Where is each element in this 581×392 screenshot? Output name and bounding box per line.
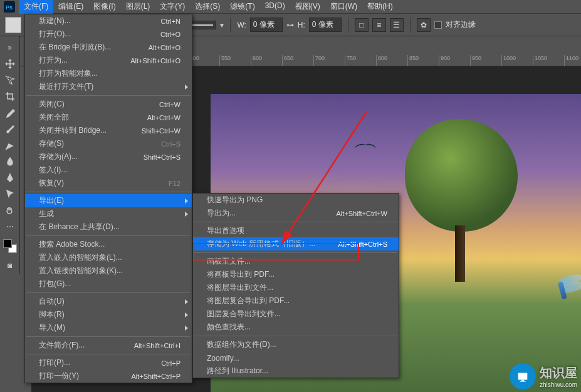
menu-帮助[interactable]: 帮助(H) <box>362 0 398 14</box>
height-input[interactable]: 0 像素 <box>309 18 342 32</box>
export-menu-item[interactable]: Zoomify... <box>193 351 399 364</box>
file-menu-item[interactable]: 关闭全部Alt+Ctrl+W <box>25 111 192 124</box>
width-input[interactable]: 0 像素 <box>250 18 283 32</box>
file-menu-item[interactable]: 打印一份(Y)Alt+Shift+Ctrl+P <box>25 369 192 383</box>
export-menu-item[interactable]: 导出为...Alt+Shift+Ctrl+W <box>193 207 399 220</box>
settings-icon[interactable]: ✿ <box>417 18 431 32</box>
path-select-tool[interactable] <box>1 187 19 202</box>
ruler-tick: 600 <box>251 55 282 66</box>
menu-item-label: 搜索 Adobe Stock... <box>39 239 181 250</box>
path-ops-icon[interactable]: □ <box>355 18 369 32</box>
menu-item-label: 在 Bridge 中浏览(B)... <box>39 42 149 53</box>
submenu-arrow-icon <box>185 85 188 90</box>
app-logo: Ps <box>0 0 19 14</box>
file-menu-item[interactable]: 生成 <box>25 207 192 220</box>
pen-tool[interactable] <box>1 170 19 185</box>
menu-图层[interactable]: 图层(L) <box>121 0 155 14</box>
file-menu-item[interactable]: 导入(M) <box>25 321 192 334</box>
file-menu-item[interactable]: 在 Bridge 中浏览(B)...Alt+Ctrl+O <box>25 41 192 54</box>
svg-text:Ps: Ps <box>6 4 13 10</box>
menu-视图[interactable]: 视图(V) <box>290 0 325 14</box>
export-menu-item[interactable]: 将图层复合导出到 PDF... <box>193 294 399 307</box>
healing-tool[interactable] <box>1 138 19 153</box>
export-menu-item[interactable]: 画板至文件... <box>193 255 399 268</box>
export-menu-item[interactable]: 将画板导出到 PDF... <box>193 268 399 281</box>
file-menu-item[interactable]: 打开为...Alt+Shift+Ctrl+O <box>25 54 192 67</box>
menu-item-shortcut: Alt+Ctrl+W <box>147 114 181 121</box>
ruler-tick: 950 <box>470 55 501 66</box>
crop-tool[interactable] <box>1 89 19 104</box>
brush-tool[interactable] <box>1 121 19 137</box>
export-menu-item[interactable]: 导出首选项 <box>193 224 399 237</box>
menu-3d[interactable]: 3D(D) <box>260 0 290 14</box>
menu-文件[interactable]: 文件(F) <box>19 0 53 14</box>
file-menu-item[interactable]: 关闭并转到 Bridge...Shift+Ctrl+W <box>25 124 192 137</box>
file-menu-item[interactable]: 置入嵌入的智能对象(L)... <box>25 251 192 264</box>
export-menu-item[interactable]: 将图层导出到文件... <box>193 281 399 294</box>
menu-item-label: 文件简介(F)... <box>39 340 134 351</box>
menu-item-label: 打印(P)... <box>39 358 161 368</box>
hand-tool[interactable] <box>1 203 19 218</box>
align-edges-checkbox[interactable] <box>434 21 442 29</box>
file-menu-item[interactable]: 在 Behance 上共享(D)... <box>25 220 192 234</box>
file-menu-item[interactable]: 自动(U) <box>25 295 192 308</box>
file-menu-item[interactable]: 新建(N)...Ctrl+N <box>25 14 192 28</box>
file-menu-item[interactable]: 脚本(R) <box>25 308 192 321</box>
menu-滤镜[interactable]: 滤镜(T) <box>225 0 259 14</box>
ruler-tick: 800 <box>376 55 407 66</box>
color-swatches[interactable] <box>3 239 17 253</box>
export-menu-item[interactable]: 颜色查找表... <box>193 321 399 334</box>
menu-item-label: 打印一份(Y) <box>39 371 131 381</box>
quick-mask-icon[interactable]: ◙ <box>1 258 19 273</box>
menu-item-label: 脚本(R) <box>39 309 181 320</box>
menu-item-label: 导出(E) <box>39 195 181 206</box>
export-menu-item[interactable]: 路径到 Illustrator... <box>193 364 399 378</box>
file-menu-item[interactable]: 存储为(A)...Shift+Ctrl+S <box>25 150 192 163</box>
file-menu-item[interactable]: 打印(P)...Ctrl+P <box>25 356 192 369</box>
menu-选择[interactable]: 选择(S) <box>190 0 225 14</box>
menu-separator <box>26 235 191 236</box>
menu-item-shortcut: Shift+Ctrl+W <box>142 127 181 135</box>
tool-preset-icon[interactable] <box>5 17 21 33</box>
file-menu-item[interactable]: 关闭(C)Ctrl+W <box>25 98 192 111</box>
submenu-arrow-icon <box>185 326 188 331</box>
export-menu-item[interactable]: 快速导出为 PNG <box>193 193 399 207</box>
menu-窗口[interactable]: 窗口(W) <box>325 0 362 14</box>
file-menu-item[interactable]: 打开为智能对象... <box>25 67 192 80</box>
export-menu-item[interactable]: 图层复合导出到文件... <box>193 307 399 321</box>
submenu-arrow-icon <box>185 199 188 204</box>
eyedropper-tool[interactable] <box>1 105 19 120</box>
file-menu-item[interactable]: 最近打开文件(T) <box>25 80 192 93</box>
file-menu-item[interactable]: 导出(E) <box>25 194 192 207</box>
menu-item-label: 快速导出为 PNG <box>207 195 387 205</box>
link-wh-icon[interactable]: ⊶ <box>286 21 294 29</box>
lasso-tool[interactable] <box>1 73 19 88</box>
menu-item-shortcut: Alt+Ctrl+O <box>149 44 181 51</box>
move-tool[interactable] <box>1 56 19 71</box>
expand-icon[interactable]: » <box>1 40 19 55</box>
export-menu-item: 数据组作为文件(D)... <box>193 338 399 351</box>
menu-item-shortcut: Alt+Shift+Ctrl+I <box>134 342 181 349</box>
width-label: W: <box>237 21 246 29</box>
ruler-tick: 850 <box>407 55 439 66</box>
align-icon[interactable]: ≡ <box>372 18 386 32</box>
menu-item-shortcut: Ctrl+N <box>161 18 181 25</box>
file-menu-item: 签入(I)... <box>25 163 192 177</box>
file-menu-item[interactable]: 搜索 Adobe Stock... <box>25 238 192 251</box>
menu-图像[interactable]: 图像(I) <box>88 0 120 14</box>
stroke-style-select[interactable] <box>189 21 216 29</box>
file-menu-item[interactable]: 打开(O)...Ctrl+O <box>25 28 192 41</box>
ruler-tick: 550 <box>219 55 251 66</box>
more-tools-icon[interactable]: ⋯ <box>1 219 19 234</box>
file-menu-item[interactable]: 文件简介(F)...Alt+Shift+Ctrl+I <box>25 339 192 352</box>
menu-separator <box>26 95 191 96</box>
export-menu-item[interactable]: 存储为 Web 所用格式（旧版）...Alt+Shift+Ctrl+S <box>193 237 399 250</box>
file-menu-dropdown: 新建(N)...Ctrl+N打开(O)...Ctrl+O在 Bridge 中浏览… <box>24 14 192 383</box>
blur-tool[interactable] <box>1 154 19 169</box>
menu-item-label: 图层复合导出到文件... <box>207 309 387 319</box>
file-menu-item[interactable]: 置入链接的智能对象(K)... <box>25 264 192 277</box>
menu-编辑[interactable]: 编辑(E) <box>53 0 88 14</box>
menu-文字[interactable]: 文字(Y) <box>155 0 190 14</box>
arrange-icon[interactable]: ☰ <box>390 18 404 32</box>
menu-item-label: 生成 <box>39 209 181 219</box>
